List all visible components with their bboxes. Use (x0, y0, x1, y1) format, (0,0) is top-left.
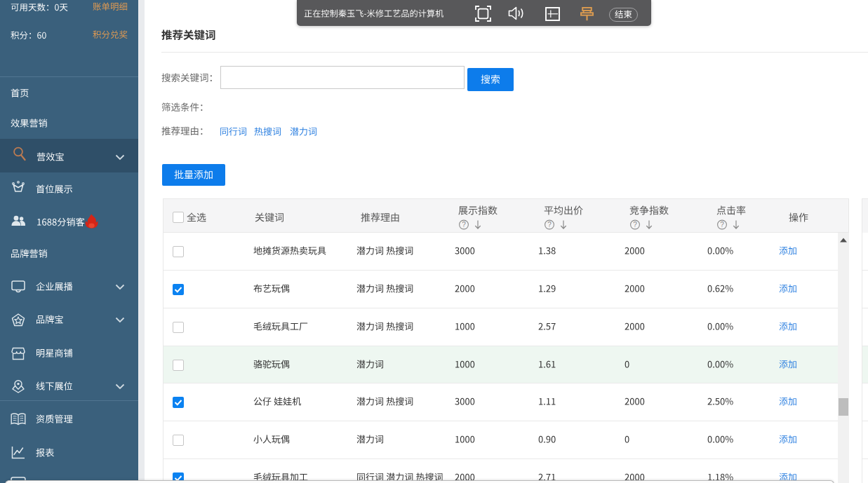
svg-text:?: ? (462, 221, 466, 229)
svg-text:?: ? (547, 221, 552, 229)
svg-text:?: ? (633, 221, 637, 229)
svg-text:?: ? (720, 221, 724, 229)
